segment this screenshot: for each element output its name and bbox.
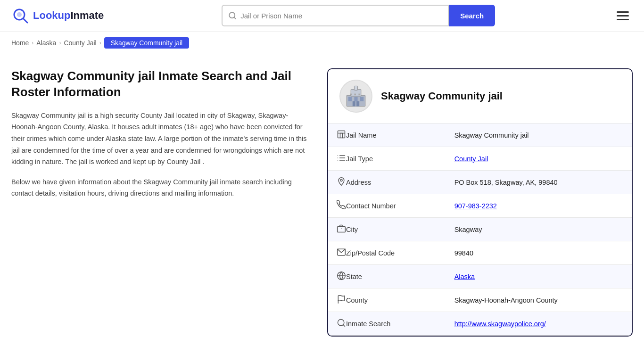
breadcrumb-chevron: › (59, 40, 61, 46)
phone-icon (337, 200, 346, 211)
flag-icon (337, 295, 346, 305)
table-row: Jail Name Skagway Community jail (328, 123, 632, 147)
table-link[interactable]: http://www.skagwaypolice.org/ (454, 320, 546, 328)
hamburger-line (617, 11, 629, 13)
left-panel: Skagway Community jail Inmate Search and… (11, 68, 313, 337)
search-icon-input (228, 11, 237, 20)
table-row: City Skagway (328, 218, 632, 241)
search-button[interactable]: Search (449, 5, 495, 26)
table-label: Address (346, 179, 371, 186)
table-label-cell: City (337, 224, 438, 235)
pin-icon (337, 177, 346, 188)
table-label-cell: Zip/Postal Code (337, 247, 438, 258)
globe-icon (337, 271, 346, 282)
table-value-cell: Skagway-Hoonah-Angoon County (446, 288, 632, 312)
table-label-cell: Inmate Search (337, 318, 438, 329)
logo-link[interactable]: LookupInmate (11, 7, 104, 25)
svg-point-23 (340, 179, 342, 181)
search-icon (337, 318, 346, 329)
breadcrumb: Home › Alaska › County Jail › Skagway Co… (0, 32, 644, 54)
svg-line-4 (234, 17, 236, 18)
table-value: Skagway-Hoonah-Angoon County (454, 296, 558, 304)
table-row: Contact Number 907-983-2232 (328, 194, 632, 218)
table-label: Jail Name (346, 132, 376, 139)
table-value-cell: http://www.skagwaypolice.org/ (446, 312, 632, 336)
jail-card-title: Skagway Community jail (381, 90, 503, 102)
search-bar: Search (222, 5, 495, 26)
hamburger-line (617, 15, 629, 16)
table-value-cell: County Jail (446, 147, 632, 171)
breadcrumb-type[interactable]: County Jail (64, 39, 96, 47)
table-row: Zip/Postal Code 99840 (328, 241, 632, 265)
jail-card-header: Skagway Community jail (328, 69, 632, 123)
svg-line-1 (23, 18, 27, 23)
table-row: County Skagway-Hoonah-Angoon County (328, 288, 632, 312)
site-header: LookupInmate Search (0, 0, 644, 32)
table-row: Address PO Box 518, Skagway, AK, 99840 (328, 171, 632, 194)
table-value-cell: 907-983-2232 (446, 194, 632, 218)
svg-rect-24 (338, 227, 346, 232)
breadcrumb-current: Skagway Community jail (104, 37, 190, 49)
table-label-cell: Jail Name (337, 130, 438, 140)
table-row: State Alaska (328, 265, 632, 288)
table-value-cell: Alaska (446, 265, 632, 288)
jail-info-table: Jail Name Skagway Community jail Jail Ty… (328, 123, 632, 336)
svg-line-31 (343, 325, 345, 327)
table-label-cell: State (337, 271, 438, 282)
svg-rect-14 (354, 94, 356, 96)
mail-icon (337, 247, 346, 258)
city-icon (337, 224, 346, 235)
svg-rect-8 (348, 97, 352, 101)
jail-avatar (339, 80, 372, 113)
svg-point-2 (17, 12, 22, 17)
breadcrumb-chevron: › (99, 40, 101, 46)
table-label-cell: County (337, 295, 438, 305)
logo-text: LookupInmate (33, 9, 104, 22)
search-input-wrapper (222, 5, 449, 26)
table-value: PO Box 518, Skagway, AK, 99840 (454, 179, 558, 186)
table-row: Jail Type County Jail (328, 147, 632, 171)
table-label: County (346, 296, 368, 304)
svg-rect-9 (354, 97, 357, 101)
svg-rect-7 (354, 86, 357, 90)
list-icon (337, 153, 346, 164)
table-label: Jail Type (346, 155, 373, 163)
table-row: Inmate Search http://www.skagwaypolice.o… (328, 312, 632, 336)
table-link[interactable]: 907-983-2232 (454, 202, 497, 210)
table-label: Zip/Postal Code (346, 249, 395, 257)
search-input[interactable] (240, 12, 442, 20)
table-value: Skagway Community jail (454, 132, 529, 139)
svg-rect-16 (338, 131, 345, 138)
table-label: City (346, 226, 358, 233)
main-content: Skagway Community jail Inmate Search and… (0, 54, 644, 355)
table-value-cell: Skagway Community jail (446, 123, 632, 147)
table-label-cell: Contact Number (337, 200, 438, 211)
page-description-2: Below we have given information about th… (11, 176, 313, 199)
logo-icon (11, 7, 29, 25)
page-title: Skagway Community jail Inmate Search and… (11, 68, 313, 100)
table-value-cell: Skagway (446, 218, 632, 241)
table-label: Inmate Search (346, 320, 390, 328)
hamburger-button[interactable] (613, 8, 633, 24)
svg-rect-10 (360, 97, 363, 101)
table-value-cell: PO Box 518, Skagway, AK, 99840 (446, 171, 632, 194)
breadcrumb-chevron: › (32, 40, 33, 46)
page-description-1: Skagway Community jail is a high securit… (11, 110, 313, 168)
breadcrumb-state[interactable]: Alaska (36, 39, 56, 47)
table-label: Contact Number (346, 202, 396, 210)
table-value: 99840 (454, 249, 473, 257)
svg-rect-13 (350, 94, 352, 96)
hamburger-line (617, 19, 629, 20)
table-label-cell: Jail Type (337, 153, 438, 164)
svg-rect-15 (358, 94, 360, 96)
table-value: Skagway (454, 226, 482, 233)
table-value-cell: 99840 (446, 241, 632, 265)
table-link[interactable]: Alaska (454, 273, 475, 280)
table-label: State (346, 273, 362, 280)
jail-building-icon (343, 83, 369, 109)
jail-info-card: Skagway Community jail Jail Name Skagway… (327, 68, 633, 337)
table-label-cell: Address (337, 177, 438, 188)
breadcrumb-home[interactable]: Home (11, 39, 29, 47)
building-icon (337, 130, 346, 140)
table-link[interactable]: County Jail (454, 155, 488, 163)
